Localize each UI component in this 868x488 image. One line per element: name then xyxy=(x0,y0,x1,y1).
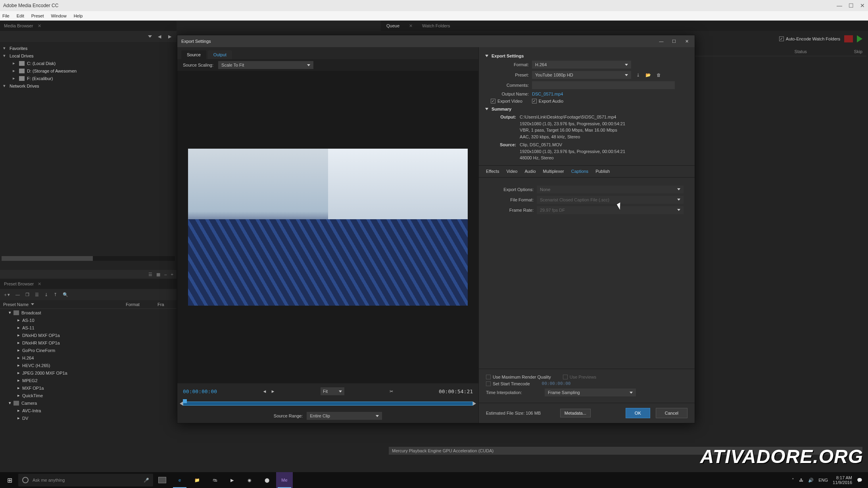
tab-video[interactable]: Video xyxy=(506,169,517,174)
zoom-fit-dropdown[interactable]: Fit xyxy=(321,387,344,395)
source-scaling-dropdown[interactable]: Scale To Fit xyxy=(218,61,313,69)
view-thumb-icon[interactable]: ▦ xyxy=(156,272,160,277)
preset-col-fra[interactable]: Fra xyxy=(157,302,173,307)
preset-settings-icon[interactable]: ☰ xyxy=(35,292,39,297)
preset-item[interactable]: ▸AS-11 xyxy=(0,324,177,331)
preset-export-icon[interactable]: ⤒ xyxy=(54,292,57,297)
tray-expand-icon[interactable]: ˄ xyxy=(792,478,794,483)
dialog-titlebar[interactable]: Export Settings — ☐ ✕ xyxy=(177,35,695,47)
ok-button[interactable]: OK xyxy=(626,408,650,418)
out-timecode[interactable]: 00:00:54:21 xyxy=(439,388,473,394)
preset-item[interactable]: ▸AVC-Intra xyxy=(0,407,177,414)
preset-browser-tab[interactable]: Preset Browser xyxy=(4,281,34,286)
export-options-dropdown[interactable]: None xyxy=(537,186,684,193)
tree-scrollbar[interactable] xyxy=(2,256,175,261)
export-audio-checkbox[interactable]: ✓Export Audio xyxy=(532,99,563,103)
tab-watch-folders[interactable]: Watch Folders xyxy=(422,23,450,28)
preset-item[interactable]: ▸QuickTime xyxy=(0,392,177,399)
dialog-minimize-button[interactable]: — xyxy=(657,39,665,44)
stop-button[interactable] xyxy=(844,35,853,42)
metadata-button[interactable]: Metadata... xyxy=(560,409,591,417)
preset-save-icon[interactable]: ⤓ xyxy=(634,71,641,78)
tab-queue-close-icon[interactable]: ✕ xyxy=(409,23,413,29)
step-back-icon[interactable]: ◄ xyxy=(263,389,267,394)
video-preview[interactable] xyxy=(188,149,468,306)
preset-delete-icon[interactable]: 🗑 xyxy=(655,71,662,78)
tab-publish[interactable]: Publish xyxy=(595,169,610,174)
preset-item[interactable]: ▸MPEG2 xyxy=(0,377,177,384)
start-timecode-value[interactable]: 00:00:00:00 xyxy=(542,381,571,386)
in-handle-icon[interactable] xyxy=(180,402,183,406)
preset-browser-close-icon[interactable]: ✕ xyxy=(38,281,41,287)
taskbar-chrome[interactable]: ◉ xyxy=(241,472,258,488)
summary-header[interactable]: Summary xyxy=(485,107,688,111)
tree-drive-c[interactable]: ▸C: (Local Disk) xyxy=(2,59,175,67)
in-timecode[interactable]: 00:00:00:00 xyxy=(183,388,217,394)
use-previews-checkbox[interactable]: Use Previews xyxy=(563,375,596,379)
preset-copy-icon[interactable]: ❐ xyxy=(25,292,29,297)
preset-group-broadcast[interactable]: ▾Broadcast xyxy=(0,309,177,316)
preset-item[interactable]: ▸AS-10 xyxy=(0,316,177,324)
playhead[interactable] xyxy=(183,399,187,403)
view-zoom-out-icon[interactable]: – xyxy=(164,272,167,277)
preset-item[interactable]: ▸JPEG 2000 MXF OP1a xyxy=(0,369,177,377)
media-browser-close-icon[interactable]: ✕ xyxy=(38,23,41,29)
preset-item[interactable]: ▸DNxHR MXF OP1a xyxy=(0,339,177,346)
taskbar-store[interactable]: 🛍 xyxy=(206,472,223,488)
tab-source[interactable]: Source xyxy=(181,50,206,59)
preset-import-icon[interactable]: 📂 xyxy=(645,71,652,78)
tab-queue[interactable]: Queue xyxy=(386,23,399,28)
preset-import-icon[interactable]: ⤓ xyxy=(44,292,48,297)
crop-icon[interactable]: ✂ xyxy=(390,389,393,394)
preset-item[interactable]: ▸DV xyxy=(0,414,177,422)
export-settings-header[interactable]: Export Settings xyxy=(485,54,688,58)
preset-item[interactable]: ▸MXF OP1a xyxy=(0,384,177,392)
tab-multiplexer[interactable]: Multiplexer xyxy=(543,169,564,174)
comments-input[interactable] xyxy=(532,81,675,89)
menu-window[interactable]: Window xyxy=(51,13,67,18)
media-browser-tab[interactable]: Media Browser xyxy=(4,23,33,28)
nav-forward-icon[interactable]: ► xyxy=(167,33,173,40)
tree-network-drives[interactable]: ▾Network Drives xyxy=(2,82,175,90)
dialog-close-button[interactable]: ✕ xyxy=(683,39,691,44)
time-interpolation-dropdown[interactable]: Frame Sampling xyxy=(545,388,636,396)
out-handle-icon[interactable] xyxy=(473,402,476,406)
play-button[interactable] xyxy=(857,35,862,42)
tray-language[interactable]: ENG xyxy=(818,478,828,482)
window-close-button[interactable]: ✕ xyxy=(860,2,865,9)
menu-help[interactable]: Help xyxy=(74,13,83,18)
preset-col-format[interactable]: Format xyxy=(126,302,157,307)
preset-remove-icon[interactable]: — xyxy=(15,292,20,297)
tree-local-drives[interactable]: ▾Local Drives xyxy=(2,52,175,59)
auto-encode-checkbox[interactable]: ✓Auto-Encode Watch Folders xyxy=(779,36,840,41)
cancel-button[interactable]: Cancel xyxy=(656,408,687,418)
tray-notifications-icon[interactable]: 💬 xyxy=(857,478,862,483)
menu-file[interactable]: File xyxy=(2,13,10,18)
tab-captions[interactable]: Captions xyxy=(571,169,588,174)
view-zoom-in-icon[interactable]: + xyxy=(171,272,173,277)
preset-dropdown[interactable]: YouTube 1080p HD xyxy=(532,71,631,79)
use-max-quality-checkbox[interactable]: Use Maximum Render Quality xyxy=(486,375,551,379)
view-list-icon[interactable]: ☰ xyxy=(148,272,152,277)
window-minimize-button[interactable]: — xyxy=(837,2,842,9)
dialog-maximize-button[interactable]: ☐ xyxy=(670,39,678,44)
tab-effects[interactable]: Effects xyxy=(486,169,499,174)
taskbar-obs[interactable]: ⬤ xyxy=(259,472,275,488)
frame-rate-dropdown[interactable]: 29.97 fps DF xyxy=(537,206,684,214)
start-button[interactable]: ⊞ xyxy=(2,472,17,488)
set-start-timecode-checkbox[interactable]: Set Start Timecode xyxy=(486,381,530,386)
nav-back-icon[interactable]: ◄ xyxy=(157,33,162,40)
file-format-dropdown[interactable]: Scenarist Closed Caption File (.scc) xyxy=(537,196,684,204)
preset-item[interactable]: ▸H.264 xyxy=(0,354,177,362)
source-range-dropdown[interactable]: Entire Clip xyxy=(307,412,382,420)
format-dropdown[interactable]: H.264 xyxy=(532,61,631,69)
step-forward-icon[interactable]: ► xyxy=(271,389,275,394)
taskbar-edge[interactable]: e xyxy=(171,472,188,488)
preset-search-icon[interactable]: 🔍 xyxy=(63,292,68,297)
window-maximize-button[interactable]: ☐ xyxy=(849,2,854,9)
preset-group-camera[interactable]: ▾Camera xyxy=(0,399,177,407)
output-name-link[interactable]: DSC_0571.mp4 xyxy=(532,92,563,96)
menu-preset[interactable]: Preset xyxy=(31,13,44,18)
tab-output[interactable]: Output xyxy=(208,50,232,59)
preset-item[interactable]: ▸HEVC (H.265) xyxy=(0,362,177,369)
